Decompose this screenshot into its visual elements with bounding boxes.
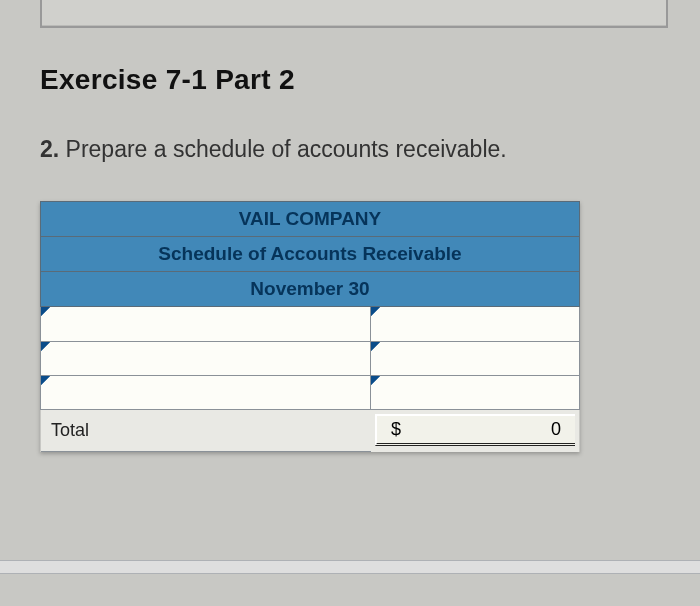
exercise-content: Exercise 7-1 Part 2 2. Prepare a schedul…: [0, 28, 700, 472]
company-header: VAIL COMPANY: [40, 201, 580, 237]
table-row: [41, 375, 579, 409]
account-name-input[interactable]: [41, 375, 371, 409]
total-amount: 0: [551, 419, 561, 440]
exercise-title: Exercise 7-1 Part 2: [40, 64, 660, 96]
exercise-instruction: 2. Prepare a schedule of accounts receiv…: [40, 136, 660, 163]
table-row: [41, 307, 579, 341]
account-name-input[interactable]: [41, 341, 371, 375]
bottom-divider: [0, 560, 700, 574]
amount-input[interactable]: [371, 375, 579, 409]
currency-symbol: $: [391, 419, 401, 440]
dropdown-icon: [371, 342, 380, 351]
dropdown-icon: [371, 376, 380, 385]
date-header: November 30: [40, 272, 580, 307]
amount-input[interactable]: [371, 341, 579, 375]
dropdown-icon: [41, 376, 50, 385]
dropdown-icon: [371, 307, 380, 316]
schedule-table: VAIL COMPANY Schedule of Accounts Receiv…: [40, 201, 580, 452]
account-name-input[interactable]: [41, 307, 371, 341]
total-value-cell: $ 0: [375, 414, 575, 446]
dropdown-icon: [41, 342, 50, 351]
total-row: Total $ 0: [40, 410, 580, 452]
amount-input[interactable]: [371, 307, 579, 341]
instruction-text: Prepare a schedule of accounts receivabl…: [66, 136, 507, 162]
dropdown-icon: [41, 307, 50, 316]
report-title-header: Schedule of Accounts Receivable: [40, 237, 580, 272]
table-row: [41, 341, 579, 375]
previous-section-box: [40, 0, 668, 28]
total-label: Total: [41, 410, 371, 452]
data-rows: [40, 307, 580, 410]
step-number: 2.: [40, 136, 59, 162]
